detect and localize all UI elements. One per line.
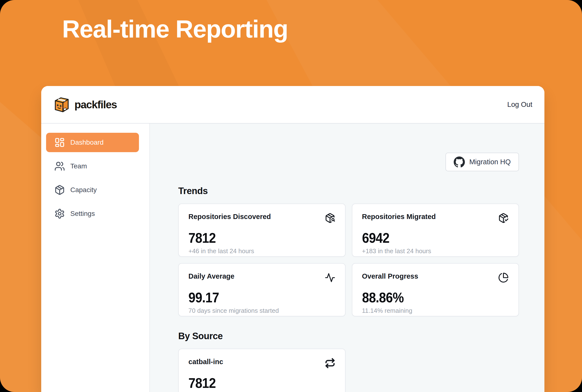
migration-hq-button[interactable]: Migration HQ: [445, 153, 519, 171]
sync-icon: [325, 358, 335, 370]
card-title: Repositories Migrated: [362, 213, 436, 221]
stat-card-repositories-discovered: Repositories Discovered 7812 +46 in the …: [178, 204, 346, 257]
stat-subtext: +46 in the last 24 hours: [188, 247, 335, 255]
packfiles-logo[interactable]: packfiles: [52, 95, 117, 114]
gear-icon: [54, 208, 65, 219]
card-title: Daily Average: [188, 272, 234, 280]
activity-icon: [325, 272, 335, 284]
trends-heading: Trends: [178, 186, 519, 196]
brand-name: packfiles: [75, 98, 117, 111]
by-source-card-grid: catball-inc 7812 6942 completed: [178, 349, 519, 392]
sidebar-item-label: Capacity: [70, 186, 97, 194]
stat-value: 7812: [188, 230, 216, 246]
card-title: Overall Progress: [362, 272, 418, 280]
stat-card-daily-average: Daily Average 99.17 70 days since migrat…: [178, 263, 346, 316]
github-icon: [454, 156, 465, 168]
stat-card-overall-progress: Overall Progress 88.86% 11.14% remaining: [352, 263, 519, 316]
pie-chart-icon: [498, 272, 509, 284]
page-title: Real-time Reporting: [62, 15, 288, 43]
packfiles-box-icon: [52, 95, 71, 114]
sidebar-item-settings[interactable]: Settings: [46, 204, 139, 224]
stat-value: 99.17: [188, 289, 219, 306]
sidebar-item-capacity[interactable]: Capacity: [46, 180, 139, 200]
package-icon: [54, 184, 65, 195]
card-title: catball-inc: [188, 358, 223, 366]
stat-subtext: +183 in the last 24 hours: [362, 247, 509, 255]
stat-card-repositories-migrated: Repositories Migrated 6942 +183 in the l…: [352, 204, 519, 257]
package-search-icon: [325, 213, 335, 224]
stat-value: 6942: [362, 230, 389, 246]
marketing-background: Real-time Reporting: [0, 0, 582, 392]
stat-card-catball-inc: catball-inc 7812 6942 completed: [178, 349, 346, 392]
by-source-heading: By Source: [178, 331, 519, 341]
sidebar-item-dashboard[interactable]: Dashboard: [46, 133, 139, 152]
stat-subtext: 70 days since migrations started: [188, 307, 335, 314]
app-window: packfiles Log Out Dashboard: [41, 86, 544, 392]
stat-value: 88.86%: [362, 289, 404, 306]
sidebar-item-team[interactable]: Team: [46, 156, 139, 176]
dashboard-grid-icon: [54, 137, 65, 148]
card-title: Repositories Discovered: [188, 213, 271, 221]
app-body: Dashboard Team Capacity: [41, 124, 544, 392]
stat-subtext: 11.14% remaining: [362, 307, 509, 314]
users-icon: [54, 161, 65, 172]
app-header: packfiles Log Out: [41, 86, 544, 124]
migration-hq-label: Migration HQ: [469, 158, 511, 166]
stat-value: 7812: [188, 375, 216, 391]
main-content: Migration HQ Trends Repositories Discove…: [150, 124, 544, 392]
trends-card-grid: Repositories Discovered 7812 +46 in the …: [178, 204, 519, 316]
package-check-icon: [498, 213, 509, 224]
sidebar-item-label: Dashboard: [70, 138, 104, 146]
sidebar-item-label: Team: [70, 162, 87, 170]
sidebar-item-label: Settings: [70, 210, 95, 218]
logout-button[interactable]: Log Out: [507, 100, 532, 108]
sidebar: Dashboard Team Capacity: [41, 124, 150, 392]
